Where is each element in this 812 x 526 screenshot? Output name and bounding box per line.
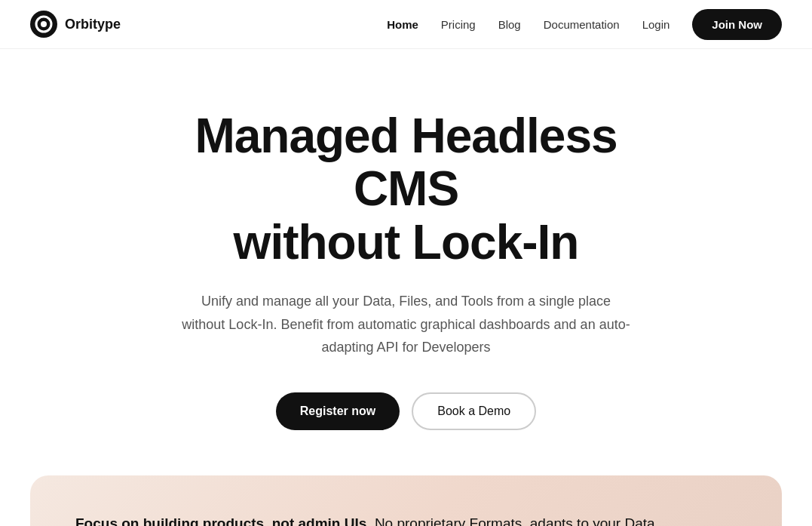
register-now-button[interactable]: Register now	[276, 392, 400, 430]
hero-title: Managed Headless CMS without Lock-In	[151, 109, 661, 269]
nav-links: Home Pricing Blog Documentation Login Jo…	[387, 9, 782, 40]
logo[interactable]: Orbitype	[30, 11, 121, 38]
nav-blog[interactable]: Blog	[498, 18, 521, 31]
book-demo-button[interactable]: Book a Demo	[412, 392, 536, 430]
navbar: Orbitype Home Pricing Blog Documentation…	[0, 0, 812, 49]
nav-documentation[interactable]: Documentation	[544, 18, 620, 31]
hero-buttons: Register now Book a Demo	[276, 392, 536, 430]
join-now-button[interactable]: Join Now	[692, 9, 782, 40]
svg-point-2	[41, 21, 47, 27]
nav-login[interactable]: Login	[642, 18, 670, 31]
hero-subtitle: Unify and manage all your Data, Files, a…	[180, 290, 633, 359]
logo-icon	[30, 11, 57, 38]
logo-text: Orbitype	[65, 17, 121, 32]
hero-section: Managed Headless CMS without Lock-In Uni…	[0, 49, 812, 475]
feature-tagline: Focus on building products, not admin UI…	[75, 513, 737, 526]
feature-section: Focus on building products, not admin UI…	[30, 475, 782, 526]
nav-pricing[interactable]: Pricing	[441, 18, 476, 31]
nav-home[interactable]: Home	[387, 18, 418, 31]
